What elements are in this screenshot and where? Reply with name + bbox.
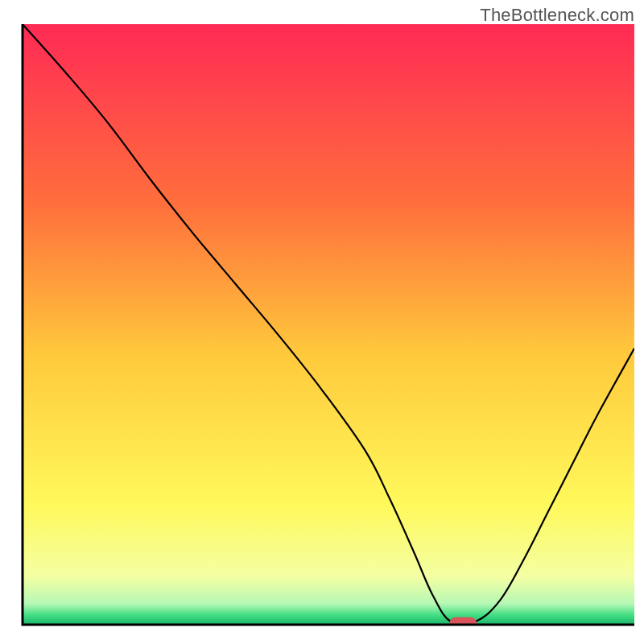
bottleneck-chart [0, 0, 644, 644]
optimum-marker [449, 617, 477, 630]
gradient-background [23, 24, 634, 625]
chart-frame: TheBottleneck.com [0, 0, 644, 644]
watermark-text: TheBottleneck.com [480, 5, 634, 26]
